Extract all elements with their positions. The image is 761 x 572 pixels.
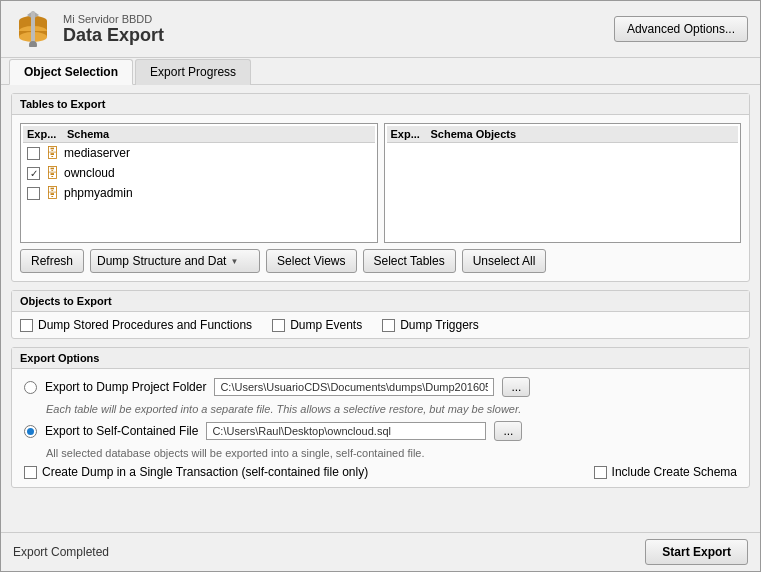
tab-bar: Object Selection Export Progress — [1, 58, 760, 85]
dump-mode-dropdown[interactable]: Dump Structure and Dat ▼ — [90, 249, 260, 273]
main-window: Mi Servidor BBDD Data Export Advanced Op… — [0, 0, 761, 572]
advanced-options-button[interactable]: Advanced Options... — [614, 16, 748, 42]
dump-project-hint: Each table will be exported into a separ… — [24, 403, 737, 415]
svg-point-6 — [29, 41, 37, 47]
objects-section-title: Objects to Export — [12, 291, 749, 312]
dropdown-arrow-icon: ▼ — [230, 257, 238, 266]
tables-grid: Exp... Schema 🗄 mediaserver 🗄 owncloud — [20, 123, 741, 243]
dump-sp-check[interactable] — [20, 319, 33, 332]
db-icon-mediaserver: 🗄 — [44, 145, 60, 161]
db-icon-owncloud: 🗄 — [44, 165, 60, 181]
schema-check-phpmyadmin[interactable] — [27, 187, 40, 200]
dump-triggers-check[interactable] — [382, 319, 395, 332]
title-text: Mi Servidor BBDD Data Export — [63, 13, 164, 46]
db-icon-phpmyadmin: 🗄 — [44, 185, 60, 201]
tables-section-title: Tables to Export — [12, 94, 749, 115]
self-contained-radio[interactable] — [24, 425, 37, 438]
select-tables-button[interactable]: Select Tables — [363, 249, 456, 273]
server-name: Mi Servidor BBDD — [63, 13, 164, 25]
create-dump-label[interactable]: Create Dump in a Single Transaction (sel… — [24, 465, 368, 479]
export-options-section: Export Options Export to Dump Project Fo… — [11, 347, 750, 488]
tab-object-selection[interactable]: Object Selection — [9, 59, 133, 85]
toolbar-row: Refresh Dump Structure and Dat ▼ Select … — [20, 249, 741, 273]
title-bar: Mi Servidor BBDD Data Export Advanced Op… — [1, 1, 760, 58]
dump-project-radio[interactable] — [24, 381, 37, 394]
title-left: Mi Servidor BBDD Data Export — [13, 9, 164, 49]
self-contained-path[interactable] — [206, 422, 486, 440]
self-contained-row: Export to Self-Contained File ... — [24, 421, 737, 441]
start-export-button[interactable]: Start Export — [645, 539, 748, 565]
create-dump-check[interactable] — [24, 466, 37, 479]
dump-triggers-label[interactable]: Dump Triggers — [382, 318, 479, 332]
self-contained-browse-button[interactable]: ... — [494, 421, 522, 441]
dump-project-row: Export to Dump Project Folder ... — [24, 377, 737, 397]
objects-list-header: Exp... Schema Objects — [387, 126, 739, 143]
export-options-title: Export Options — [12, 348, 749, 369]
unselect-all-button[interactable]: Unselect All — [462, 249, 547, 273]
objects-list-panel[interactable]: Exp... Schema Objects — [384, 123, 742, 243]
dump-sp-label[interactable]: Dump Stored Procedures and Functions — [20, 318, 252, 332]
schema-item-mediaserver[interactable]: 🗄 mediaserver — [23, 143, 375, 163]
include-schema-check[interactable] — [594, 466, 607, 479]
main-content: Tables to Export Exp... Schema 🗄 mediase… — [1, 85, 760, 532]
objects-to-export-section: Objects to Export Dump Stored Procedures… — [11, 290, 750, 339]
schema-list-panel[interactable]: Exp... Schema 🗄 mediaserver 🗄 owncloud — [20, 123, 378, 243]
tab-export-progress[interactable]: Export Progress — [135, 59, 251, 85]
schema-item-owncloud[interactable]: 🗄 owncloud — [23, 163, 375, 183]
dump-project-browse-button[interactable]: ... — [502, 377, 530, 397]
app-title: Data Export — [63, 25, 164, 46]
bottom-bar: Export Completed Start Export — [1, 532, 760, 571]
dump-project-path[interactable] — [214, 378, 494, 396]
select-views-button[interactable]: Select Views — [266, 249, 356, 273]
dump-events-check[interactable] — [272, 319, 285, 332]
app-icon — [13, 9, 53, 49]
include-schema-label[interactable]: Include Create Schema — [594, 465, 737, 479]
tables-to-export-section: Tables to Export Exp... Schema 🗄 mediase… — [11, 93, 750, 282]
self-contained-hint: All selected database objects will be ex… — [24, 447, 737, 459]
objects-grid: Dump Stored Procedures and Functions Dum… — [12, 312, 749, 338]
extra-options-row: Create Dump in a Single Transaction (sel… — [24, 465, 737, 479]
status-text: Export Completed — [13, 545, 109, 559]
refresh-button[interactable]: Refresh — [20, 249, 84, 273]
schema-check-mediaserver[interactable] — [27, 147, 40, 160]
schema-list-header: Exp... Schema — [23, 126, 375, 143]
dump-events-label[interactable]: Dump Events — [272, 318, 362, 332]
schema-check-owncloud[interactable] — [27, 167, 40, 180]
schema-item-phpmyadmin[interactable]: 🗄 phpmyadmin — [23, 183, 375, 203]
